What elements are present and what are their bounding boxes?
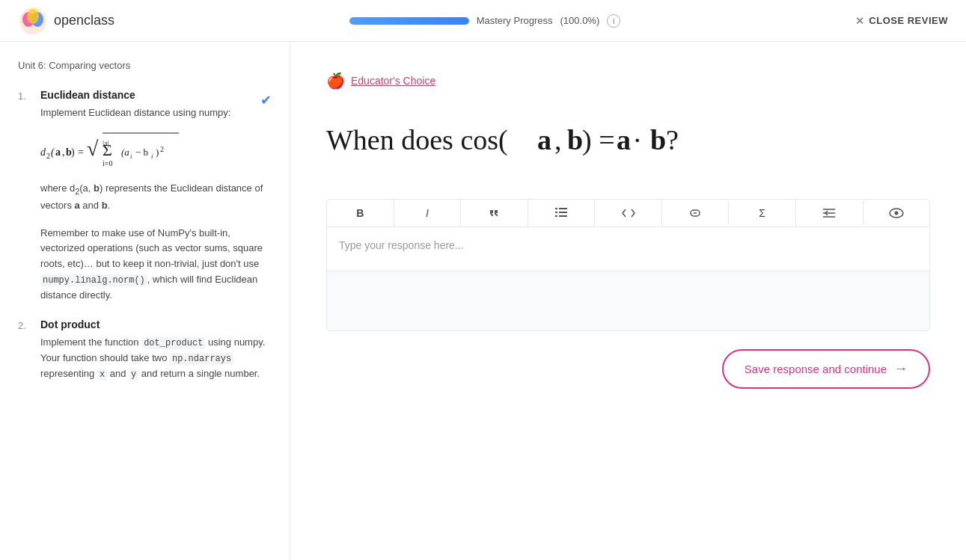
item-number: 1.: [18, 89, 31, 304]
math-formula-svg: d 2 ( a , b ) = √ |a| Σ: [40, 127, 272, 175]
svg-text:b: b: [567, 124, 583, 156]
close-review-button[interactable]: ✕ CLOSE REVIEW: [855, 15, 948, 27]
svg-rect-37: [559, 215, 567, 217]
arrow-right-icon: →: [894, 361, 908, 377]
item-formula-note: where d2(a, b) represents the Euclidean …: [40, 181, 272, 214]
check-icon: ✔: [260, 92, 272, 108]
list-item: 2. Dot product Implement the function do…: [18, 319, 272, 383]
editor-text-area[interactable]: Type your response here...: [326, 227, 930, 271]
main-layout: Unit 6: Comparing vectors 1. Euclidean d…: [0, 42, 966, 560]
svg-text:?: ?: [666, 124, 679, 156]
item1-header: Euclidean distance Implement Euclidean d…: [40, 89, 272, 121]
content-area: 🍎 Educator's Choice When does cos( a , b…: [290, 42, 966, 560]
unit-title: Unit 6: Comparing vectors: [18, 60, 272, 71]
code-button[interactable]: [595, 200, 662, 226]
item-title: Euclidean distance: [40, 89, 230, 101]
italic-button[interactable]: I: [394, 200, 462, 227]
svg-text:) =: ) =: [582, 124, 615, 156]
close-review-label: CLOSE REVIEW: [869, 15, 948, 26]
svg-text:,: ,: [62, 147, 65, 158]
svg-text:·: ·: [634, 124, 641, 156]
educator-choice-link[interactable]: Educator's Choice: [351, 75, 435, 87]
svg-rect-34: [555, 212, 557, 213]
quote-button[interactable]: [461, 200, 528, 227]
progress-label: Mastery Progress: [477, 15, 553, 26]
item-title: Dot product: [40, 319, 272, 330]
educator-choice-bar: 🍎 Educator's Choice: [326, 72, 930, 90]
item-description: Implement Euclidean distance using numpy…: [40, 105, 230, 121]
svg-text:a: a: [617, 124, 631, 156]
item-content: Dot product Implement the function dot_p…: [40, 319, 272, 383]
svg-text:i: i: [130, 153, 132, 160]
editor-placeholder: Type your response here...: [339, 239, 464, 251]
svg-text:d: d: [40, 147, 46, 158]
bold-button[interactable]: B: [327, 200, 394, 227]
svg-text:2: 2: [160, 145, 164, 153]
apple-icon: 🍎: [326, 72, 345, 90]
question-title: When does cos( a , b ) = a · b ?: [326, 111, 930, 172]
save-response-button[interactable]: Save response and continue →: [722, 349, 930, 389]
action-area: Save response and continue →: [326, 331, 930, 389]
progress-area: Mastery Progress (100.0%) i: [349, 14, 621, 28]
svg-text:Σ: Σ: [103, 141, 112, 159]
svg-point-3: [27, 9, 39, 24]
header: openclass Mastery Progress (100.0%) i ✕ …: [0, 0, 966, 42]
svg-point-42: [894, 211, 898, 215]
logo-icon: [18, 6, 48, 36]
item1-title-area: Euclidean distance Implement Euclidean d…: [40, 89, 230, 121]
svg-rect-35: [559, 212, 567, 213]
link-button[interactable]: [662, 202, 730, 224]
editor-toolbar: B I Σ: [326, 199, 930, 227]
svg-text:a: a: [537, 124, 551, 156]
sigma-button[interactable]: Σ: [729, 200, 796, 227]
svg-text:i=0: i=0: [103, 159, 112, 167]
svg-text:b: b: [650, 124, 666, 156]
indent-button[interactable]: [796, 201, 863, 225]
sidebar: Unit 6: Comparing vectors 1. Euclidean d…: [0, 42, 290, 560]
save-button-label: Save response and continue: [745, 363, 887, 375]
svg-text:): ): [156, 147, 159, 158]
list-button[interactable]: [528, 200, 596, 226]
logo-area: openclass: [18, 6, 114, 36]
progress-bar-fill: [349, 17, 469, 25]
info-icon[interactable]: i: [607, 14, 620, 28]
question-math: When does cos( a , b ) = a · b ?: [326, 111, 723, 163]
svg-rect-32: [555, 208, 557, 209]
svg-text:(a: (a: [121, 147, 129, 158]
item-description: Implement the function dot_product using…: [40, 335, 272, 383]
progress-percent: (100.0%): [560, 15, 600, 26]
preview-button[interactable]: [863, 200, 930, 226]
close-x-icon: ✕: [855, 15, 865, 27]
svg-text:a: a: [55, 147, 61, 158]
svg-text:i: i: [151, 153, 153, 160]
editor-code-area[interactable]: [326, 271, 930, 331]
svg-rect-36: [555, 215, 557, 217]
item-number: 2.: [18, 319, 31, 383]
svg-text:When does cos(: When does cos(: [326, 124, 508, 156]
svg-text:): ): [71, 147, 75, 159]
svg-text:,: ,: [554, 124, 562, 156]
item-content: Euclidean distance Implement Euclidean d…: [40, 89, 272, 304]
svg-text:=: =: [78, 147, 84, 158]
list-item: 1. Euclidean distance Implement Euclidea…: [18, 89, 272, 304]
svg-text:2: 2: [46, 152, 50, 160]
svg-text:− b: − b: [135, 147, 148, 158]
item-note: Remember to make use of NumPy's built-in…: [40, 226, 272, 304]
svg-text:√: √: [87, 137, 99, 160]
progress-bar: [349, 17, 469, 25]
svg-rect-33: [559, 208, 567, 209]
logo-text: openclass: [54, 13, 114, 28]
